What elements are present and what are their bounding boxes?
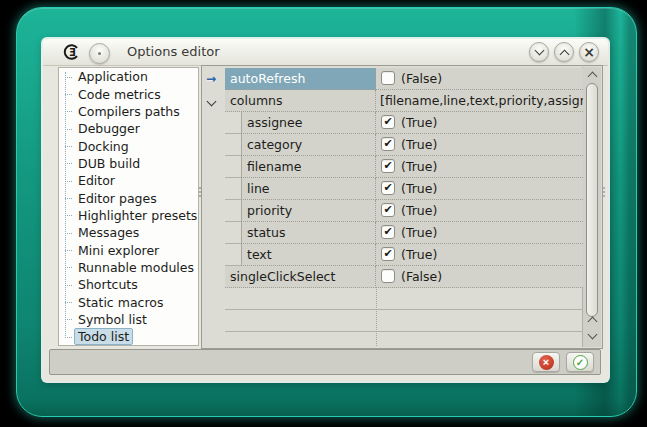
sidebar-item-debugger[interactable]: Debugger [74, 120, 198, 137]
tree-item-label[interactable]: Debugger [74, 120, 144, 137]
property-value-status[interactable]: ✔(True) [376, 222, 583, 244]
sidebar-item-editor[interactable]: Editor [74, 172, 198, 189]
value-label: (True) [401, 244, 437, 265]
scroll-up-icon[interactable] [589, 318, 596, 325]
tree-item-label[interactable]: Editor pages [74, 190, 161, 207]
value-label: (True) [401, 178, 437, 199]
checkbox-assignee[interactable]: ✔ [381, 115, 395, 129]
property-name-text[interactable]: text [241, 244, 376, 266]
scroll-up-icon[interactable] [589, 73, 596, 80]
tree-item-label[interactable]: Shortcuts [74, 276, 142, 293]
button-bar: × ✓ [49, 349, 601, 375]
cancel-button[interactable]: × [532, 352, 560, 372]
current-row-arrow-icon: → [206, 68, 222, 90]
tree-item-label[interactable]: Code metrics [74, 86, 165, 103]
sidebar-item-code-metrics[interactable]: Code metrics [74, 85, 198, 102]
options-tree: ApplicationCode metricsCompilers pathsDe… [58, 67, 199, 346]
sidebar-item-todo-list[interactable]: Todo list [74, 328, 198, 345]
property-value-text[interactable]: ✔(True) [376, 244, 583, 266]
window-menu-button[interactable] [89, 43, 110, 64]
tree-item-label[interactable]: Editor [74, 172, 119, 189]
app-icon: Ǝ [63, 43, 81, 61]
resize-grip-icon[interactable] [603, 185, 606, 201]
ok-button[interactable]: ✓ [566, 352, 594, 372]
sidebar-item-messages[interactable]: Messages [74, 224, 198, 241]
tree-item-label[interactable]: Static macros [74, 294, 167, 311]
value-label: (True) [401, 222, 437, 243]
menu-dot-icon [98, 52, 101, 55]
tree-item-label[interactable]: Symbol list [74, 311, 151, 328]
property-name-priority[interactable]: priority [241, 200, 376, 222]
property-grid: → autoRefresh(False)columns[filename,lin… [201, 65, 603, 349]
checkbox-category[interactable]: ✔ [381, 137, 395, 151]
tree-item-label[interactable]: Compilers paths [74, 103, 184, 120]
sidebar-item-editor-pages[interactable]: Editor pages [74, 189, 198, 206]
minimize-button[interactable] [529, 42, 549, 62]
close-button[interactable]: × [579, 42, 599, 62]
property-value-priority[interactable]: ✔(True) [376, 200, 583, 222]
property-name-status[interactable]: status [241, 222, 376, 244]
chevron-down-icon [535, 46, 545, 56]
property-name-columns[interactable]: columns [225, 90, 376, 112]
value-label: (True) [401, 112, 437, 133]
property-value-columns[interactable]: [filename,line,text,priority,assigne [376, 90, 583, 112]
property-value-singleClickSelect[interactable]: (False) [376, 266, 583, 288]
property-name-autoRefresh[interactable]: autoRefresh [225, 68, 376, 90]
property-value-filename[interactable]: ✔(True) [376, 156, 583, 178]
sidebar-item-shortcuts[interactable]: Shortcuts [74, 276, 198, 293]
titlebar[interactable]: Ǝ Options editor × [43, 39, 608, 66]
sidebar-item-static-macros[interactable]: Static macros [74, 293, 198, 310]
checkbox-filename[interactable]: ✔ [381, 159, 395, 173]
property-value-autoRefresh[interactable]: (False) [376, 68, 583, 90]
sidebar-item-mini-explorer[interactable]: Mini explorer [74, 241, 198, 258]
value-label: (True) [401, 200, 437, 221]
checkbox-priority[interactable]: ✔ [381, 203, 395, 217]
sidebar-item-symbol-list[interactable]: Symbol list [74, 311, 198, 328]
sidebar-item-runnable-modules[interactable]: Runnable modules [74, 259, 198, 276]
checkbox-line[interactable]: ✔ [381, 181, 395, 195]
sidebar-item-dub-build[interactable]: DUB build [74, 155, 198, 172]
checkbox-status[interactable]: ✔ [381, 225, 395, 239]
sidebar-item-compilers-paths[interactable]: Compilers paths [74, 103, 198, 120]
tree-item-label[interactable]: Runnable modules [74, 259, 198, 276]
ok-icon: ✓ [573, 355, 588, 370]
value-text: [filename,line,text,priority,assigne [380, 90, 583, 111]
sidebar-item-highlighter-presets[interactable]: Highlighter presets [74, 207, 198, 224]
value-label: (False) [401, 266, 442, 287]
scroll-down-icon[interactable] [589, 331, 596, 338]
property-name-assignee[interactable]: assignee [241, 112, 376, 134]
checkbox-singleClickSelect[interactable] [381, 269, 395, 283]
desktop-background: Ǝ Options editor × ApplicationCode metri… [0, 0, 647, 427]
chevron-up-icon [560, 50, 570, 60]
sidebar-item-application[interactable]: Application [74, 68, 198, 85]
property-value-category[interactable]: ✔(True) [376, 134, 583, 156]
property-gutter: → [202, 68, 225, 348]
tree-item-label[interactable]: Todo list [74, 328, 133, 345]
tree-item-label[interactable]: Highlighter presets [74, 207, 199, 224]
checkbox-autoRefresh[interactable] [381, 71, 395, 85]
checkbox-text[interactable]: ✔ [381, 247, 395, 261]
property-name-filename[interactable]: filename [241, 156, 376, 178]
property-value-line[interactable]: ✔(True) [376, 178, 583, 200]
tree-item-label[interactable]: DUB build [74, 155, 144, 172]
property-value-assignee[interactable]: ✔(True) [376, 112, 583, 134]
maximize-button[interactable] [554, 42, 574, 62]
sidebar-item-docking[interactable]: Docking [74, 137, 198, 154]
tree-item-label[interactable]: Docking [74, 138, 133, 155]
property-name-line[interactable]: line [241, 178, 376, 200]
tree-item-label[interactable]: Mini explorer [74, 242, 163, 259]
property-name-singleClickSelect[interactable]: singleClickSelect [225, 266, 376, 288]
scrollbar-thumb[interactable] [586, 83, 598, 317]
window-frame: Ǝ Options editor × ApplicationCode metri… [16, 7, 637, 417]
cancel-icon: × [539, 355, 554, 370]
tree-item-label[interactable]: Application [74, 68, 152, 85]
property-name-category[interactable]: category [241, 134, 376, 156]
vertical-scrollbar[interactable] [582, 67, 601, 347]
options-editor-window: Ǝ Options editor × ApplicationCode metri… [43, 39, 608, 381]
property-rows: autoRefresh(False)columns[filename,line,… [225, 68, 583, 346]
collapse-chevron-icon[interactable] [208, 90, 224, 112]
tree-item-label[interactable]: Messages [74, 224, 143, 241]
app-logo-letter: Ǝ [69, 47, 76, 58]
value-label: (True) [401, 156, 437, 177]
close-icon: × [580, 43, 598, 61]
